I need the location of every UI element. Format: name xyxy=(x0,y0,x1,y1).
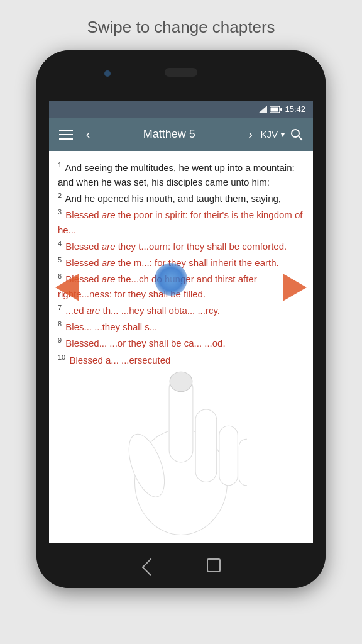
svg-point-12 xyxy=(170,372,192,392)
status-time: 15:42 xyxy=(285,104,305,114)
verse-text-1: And seeing the multitudes, he went up in… xyxy=(58,162,295,187)
verse-7: 7 ...ed are th... ...hey shall obta... .… xyxy=(58,303,304,318)
svg-rect-7 xyxy=(169,376,193,462)
signal-icon xyxy=(258,106,267,113)
svg-point-11 xyxy=(122,430,172,501)
verse-text-9: Blessed... ...or they shall be ca... ...… xyxy=(65,338,225,348)
search-button[interactable] xyxy=(287,125,307,145)
version-dropdown-icon: ▼ xyxy=(279,130,287,139)
chapter-title[interactable]: Matthew 5 xyxy=(98,128,241,141)
verse-num-9: 9 xyxy=(58,336,62,344)
swipe-arrow-left xyxy=(55,274,79,305)
svg-rect-3 xyxy=(280,108,282,111)
phone-body: 15:42 ‹ Matthew 5 › KJV ▼ xyxy=(36,50,326,588)
verse-num-2: 2 xyxy=(58,192,62,199)
svg-rect-8 xyxy=(195,409,217,482)
touch-ripple xyxy=(155,263,187,296)
version-label: KJV xyxy=(261,129,278,140)
verse-num-4: 4 xyxy=(58,240,62,247)
verse-num-3: 3 xyxy=(58,208,62,216)
menu-button[interactable] xyxy=(55,123,78,146)
nav-back-button[interactable] xyxy=(141,558,156,573)
battery-icon xyxy=(270,106,282,113)
svg-rect-2 xyxy=(271,107,278,111)
verse-num-10: 10 xyxy=(58,353,65,361)
verse-8: 8 Bles... ...they shall s... xyxy=(58,319,304,334)
prev-chapter-button[interactable]: ‹ xyxy=(78,125,98,145)
verse-10: 10 Blessed a... ...ersecuted xyxy=(58,352,304,367)
verse-text-3: Blessed are the poor in spirit: for thei… xyxy=(58,209,303,235)
version-selector[interactable]: KJV ▼ xyxy=(261,129,287,140)
status-icons xyxy=(258,106,282,113)
svg-rect-10 xyxy=(239,439,247,486)
bible-content: 1 And seeing the multitudes, he went up … xyxy=(49,151,313,543)
phone-wrapper: 15:42 ‹ Matthew 5 › KJV ▼ xyxy=(30,48,332,589)
verse-num-8: 8 xyxy=(58,320,62,328)
next-chapter-button[interactable]: › xyxy=(241,125,261,145)
verse-3: 3 Blessed are the poor in spirit: for th… xyxy=(58,207,304,237)
verse-text-8: Bles... ...they shall s... xyxy=(65,321,157,332)
nav-home-button[interactable] xyxy=(207,558,221,572)
camera xyxy=(104,70,111,77)
verse-text-4: Blessed are they t...ourn: for they shal… xyxy=(65,241,287,252)
verse-text-7: ...ed are th... ...hey shall obta... ...… xyxy=(65,305,220,316)
svg-point-4 xyxy=(292,130,299,137)
right-arrow-icon xyxy=(283,274,307,301)
left-arrow-icon xyxy=(55,274,79,301)
svg-rect-9 xyxy=(219,426,238,486)
speaker xyxy=(165,68,197,77)
svg-marker-0 xyxy=(258,106,267,113)
verse-1: 1 And seeing the multitudes, he went up … xyxy=(58,160,304,190)
instruction-text: Swipe to change chapters xyxy=(0,0,362,48)
phone-bottom-bezel xyxy=(36,543,326,588)
phone-top-bezel xyxy=(36,50,326,101)
toolbar: ‹ Matthew 5 › KJV ▼ xyxy=(49,118,313,151)
verse-4: 4 Blessed are they t...ourn: for they sh… xyxy=(58,238,304,253)
svg-line-5 xyxy=(299,136,302,140)
verse-text-2: And he opened his mouth, and taught them… xyxy=(65,193,281,204)
verse-num-1: 1 xyxy=(58,161,62,169)
status-bar: 15:42 xyxy=(49,101,313,118)
verse-2: 2 And he opened his mouth, and taught th… xyxy=(58,191,304,206)
swipe-arrow-right xyxy=(283,274,307,305)
svg-point-6 xyxy=(135,429,228,535)
verse-text-10: Blessed a... ...ersecuted xyxy=(69,355,170,365)
verse-num-5: 5 xyxy=(58,256,62,264)
verse-9: 9 Blessed... ...or they shall be ca... .… xyxy=(58,335,304,350)
search-icon xyxy=(290,128,303,141)
phone-screen: 15:42 ‹ Matthew 5 › KJV ▼ xyxy=(49,101,313,543)
